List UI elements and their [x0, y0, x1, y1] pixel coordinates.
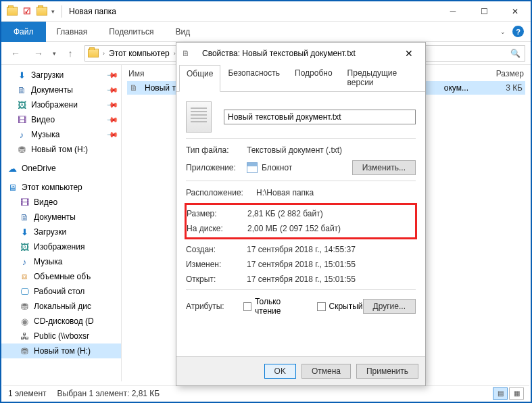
status-count: 1 элемент: [8, 389, 47, 398]
nav-back-button[interactable]: ←: [7, 45, 24, 62]
label-attrs: Атрибуты:: [186, 302, 243, 311]
label-filetype: Тип файла:: [186, 145, 247, 155]
sidebar-item[interactable]: ⬇Загрузки: [1, 224, 121, 239]
vid-icon: 🎞: [16, 114, 27, 125]
download-icon: ⬇: [16, 70, 27, 80]
highlight-box: Размер: 2,81 КБ (2 882 байт) На диске: 2…: [185, 203, 417, 239]
checkbox-hidden[interactable]: [317, 302, 325, 311]
hdd-icon: ⛃: [19, 346, 30, 356]
dialog-tabs: Общие Безопасность Подробно Предыдущие в…: [176, 64, 425, 92]
view-details-button[interactable]: ▤: [493, 387, 508, 400]
maximize-button[interactable]: ☐: [468, 1, 500, 22]
file-icon: 🗎: [130, 82, 141, 93]
label-readonly: Только чтение: [255, 297, 306, 316]
sidebar-item[interactable]: 🗎Документы: [1, 210, 121, 224]
cancel-button[interactable]: Отмена: [301, 364, 351, 379]
tab-security[interactable]: Безопасность: [220, 64, 287, 91]
navigation-sidebar[interactable]: ⬇Загрузки📌🗎Документы📌🖼Изображени📌🎞Видео📌…: [1, 65, 122, 381]
sidebar-item[interactable]: ♪Музыка📌: [1, 127, 121, 142]
minimize-button[interactable]: ─: [437, 1, 468, 22]
dialog-file-icon: 🗎: [182, 48, 193, 59]
tab-details[interactable]: Подробно: [287, 64, 340, 91]
desk-icon: 🖵: [19, 286, 30, 297]
img-icon: 🖼: [19, 241, 30, 252]
ribbon-tab-view[interactable]: Вид: [164, 23, 201, 41]
column-size[interactable]: Размер: [470, 69, 524, 78]
tab-general[interactable]: Общие: [179, 65, 220, 92]
other-attrs-button[interactable]: Другие...: [363, 299, 416, 314]
breadcrumb-root[interactable]: Этот компьютер: [109, 49, 170, 58]
dialog-close-button[interactable]: ✕: [398, 44, 420, 63]
label-hidden: Скрытый: [329, 302, 363, 311]
hdd-icon: ⛃: [16, 144, 27, 155]
ok-button[interactable]: OK: [264, 364, 296, 379]
pin-icon: 📌: [105, 83, 118, 96]
view-large-button[interactable]: ▦: [509, 387, 524, 400]
sidebar-item[interactable]: ⬇Загрузки📌: [1, 68, 121, 82]
label-app: Приложение:: [186, 163, 247, 172]
label-size: Размер:: [187, 209, 247, 218]
sidebar-item[interactable]: ⛃Новый том (H:): [1, 343, 121, 358]
sidebar-item[interactable]: 🎞Видео📌: [1, 112, 121, 127]
status-selection: Выбран 1 элемент: 2,81 КБ: [57, 389, 160, 398]
ribbon-collapse-icon[interactable]: ⌄: [500, 28, 506, 35]
close-button[interactable]: ✕: [500, 1, 531, 22]
label-location: Расположение:: [186, 188, 256, 197]
cd-icon: ◉: [19, 316, 30, 327]
sidebar-thispc[interactable]: 🖥 Этот компьютер: [1, 180, 121, 195]
value-app: Блокнот: [262, 163, 292, 172]
sidebar-item[interactable]: 🖼Изображения: [1, 239, 121, 254]
file-size: 3 КБ: [468, 83, 523, 93]
notepad-icon: [247, 162, 258, 173]
nav-history-dropdown[interactable]: ▾: [53, 50, 56, 57]
net-icon: 🖧: [19, 331, 30, 341]
nav-forward-button[interactable]: →: [30, 45, 47, 62]
change-app-button[interactable]: Изменить...: [352, 160, 416, 175]
sidebar-onedrive[interactable]: ☁ OneDrive: [1, 161, 121, 176]
mus-icon: ♪: [16, 129, 27, 140]
help-icon[interactable]: ?: [512, 26, 524, 37]
dialog-titlebar[interactable]: 🗎 Свойства: Новый текстовый документ.txt…: [176, 43, 425, 64]
properties-dialog: 🗎 Свойства: Новый текстовый документ.txt…: [176, 42, 426, 386]
cloud-icon: ☁: [7, 163, 18, 174]
sidebar-item[interactable]: ◉CD-дисковод (D: [1, 314, 121, 329]
hdd-icon: ⛃: [19, 301, 30, 312]
pin-icon: 📌: [105, 113, 118, 126]
label-created: Создан:: [186, 245, 247, 254]
doc-icon: 🗎: [16, 85, 27, 95]
ribbon: Файл Главная Поделиться Вид ⌄ ?: [1, 22, 531, 42]
nav-up-button[interactable]: ↑: [62, 45, 79, 62]
doc-icon: 🗎: [19, 212, 30, 222]
checkbox-readonly[interactable]: [243, 302, 251, 311]
filename-input[interactable]: [224, 110, 416, 124]
3d-icon: ⧈: [19, 271, 30, 282]
sidebar-item[interactable]: 🖼Изображени📌: [1, 97, 121, 112]
sidebar-item[interactable]: ⧈Объемные объ: [1, 269, 121, 284]
sidebar-item[interactable]: ⛃Локальный дис: [1, 299, 121, 314]
ribbon-file-tab[interactable]: Файл: [1, 22, 46, 42]
qat-folder-icon[interactable]: [7, 6, 18, 17]
qat-properties-icon[interactable]: ☑: [22, 6, 32, 17]
value-size: 2,81 КБ (2 882 байт): [247, 209, 323, 218]
value-filetype: Текстовый документ (.txt): [247, 145, 342, 155]
label-ondisk: На диске:: [187, 224, 247, 233]
sidebar-item[interactable]: ⛃Новый том (H:): [1, 142, 121, 157]
download-icon: ⬇: [19, 227, 30, 237]
search-icon[interactable]: 🔍: [510, 49, 521, 58]
sidebar-item[interactable]: 🖧Public (\\vboxsr: [1, 329, 121, 343]
pin-icon: 📌: [105, 98, 118, 111]
sidebar-item[interactable]: ♪Музыка: [1, 254, 121, 269]
file-name-trunc: окум...: [444, 83, 468, 93]
ribbon-tab-home[interactable]: Главная: [46, 23, 99, 41]
sidebar-item[interactable]: 🎞Видео: [1, 195, 121, 210]
apply-button[interactable]: Применить: [356, 364, 418, 379]
sidebar-item[interactable]: 🗎Документы📌: [1, 82, 121, 97]
tab-previous[interactable]: Предыдущие версии: [340, 64, 422, 91]
breadcrumb-folder-icon: [88, 48, 99, 59]
qat-dropdown-icon[interactable]: ▾: [51, 8, 55, 15]
sidebar-item[interactable]: 🖵Рабочий стол: [1, 284, 121, 299]
ribbon-tab-share[interactable]: Поделиться: [98, 23, 164, 41]
pin-icon: 📌: [105, 128, 118, 141]
qat-newfolder-icon[interactable]: [37, 6, 47, 17]
value-location: H:\Новая папка: [256, 188, 314, 197]
